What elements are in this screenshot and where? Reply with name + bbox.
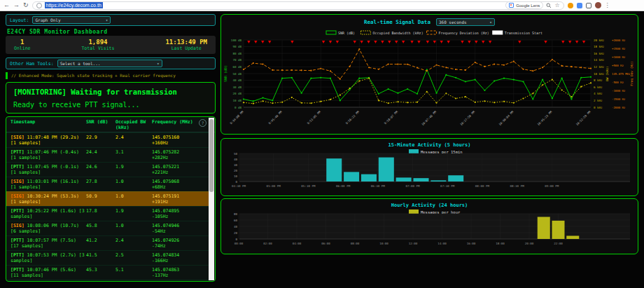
svg-text:SNR (dB): SNR (dB) [338,31,355,35]
svg-text:00:00: 00:00 [234,242,244,245]
url-text[interactable]: https://e24cy.decom.co.th [45,2,103,8]
svg-text:0 dB: 0 dB [234,106,242,109]
svg-text:9:56:22 PM: 9:56:22 PM [345,110,360,125]
table-row[interactable]: [PTT] 11:07:46 PM (-0.4s) [1 samples]24.… [6,147,209,162]
help-icon[interactable]: ? [199,119,206,127]
tools-bar: Other Ham Tools: Select a tool... ▾ [6,57,216,69]
stats-bar: 1 Online 1,894 Total Visits 11:13:49 PM … [6,36,216,54]
svg-text:145.075 MHz: 145.075 MHz [612,72,631,76]
table-row[interactable]: [SIG] 10:30:24 PM (53.3s) [1 samples]50.… [6,191,209,206]
search-icon[interactable] [546,3,552,8]
right-column: Real-time Signal Data 360 seconds ▾ SNR … [220,11,638,288]
table-scrollbar-thumb[interactable] [209,119,214,192]
layout-label: Layout: [10,18,29,23]
svg-text:05:30 PM: 05:30 PM [301,184,316,188]
time-range-select[interactable]: 360 seconds ▾ [436,18,495,26]
table-row[interactable]: [PTT] 10:25:22 PM (1.6s) [3 samples]17.8… [6,206,209,221]
chevron-down-icon: ▾ [106,18,108,22]
realtime-signal-header: Real-time Signal Data 360 seconds ▾ [221,16,638,27]
svg-text:10 kHz: 10 kHz [594,72,605,76]
hourly-activity-chart: Messages per hour02040608000:0002:0004:0… [221,210,636,254]
table-row[interactable]: [SIG] 11:03:01 PM (16.1s) [1 samples]27.… [6,177,209,191]
svg-text:80: 80 [234,212,238,216]
monitoring-status-line2: Ready to receive PTT signal... [13,101,208,109]
svg-text:70 dB: 70 dB [232,58,241,62]
monitoring-status-line1: [MONITORING] Waiting for transmission [13,88,208,96]
svg-text:14 kHz: 14 kHz [594,58,605,62]
svg-text:40 dB: 40 dB [232,78,241,82]
table-row[interactable]: [PTT] 9:54:31 PM 52.3145.075101 [6,280,209,282]
svg-text:08:30 PM: 08:30 PM [510,184,525,188]
extension-icon-blue[interactable] [577,3,582,8]
svg-text:06:30 PM: 06:30 PM [371,184,386,188]
svg-text:2 kHz: 2 kHz [594,99,603,102]
svg-text:60: 60 [234,219,238,222]
col-frequency: Frequency (MHz) [152,120,204,130]
svg-text:04:00: 04:00 [293,242,302,245]
svg-text:+2000 Hz: +2000 Hz [612,39,626,42]
refresh-icon[interactable]: ↻ [23,2,29,8]
hourly-activity-title: Hourly Activity (24 hours) [391,203,468,208]
layout-select-value: Graph Only [35,18,60,22]
svg-text:90 dB: 90 dB [232,45,241,48]
svg-text:16 kHz: 16 kHz [594,52,605,55]
svg-text:09:00 PM: 09:00 PM [545,184,559,188]
svg-text:10 dB: 10 dB [232,99,241,102]
svg-text:8 kHz: 8 kHz [594,78,603,82]
col-snr: SNR (dB) [86,120,115,130]
site-info-icon[interactable] [36,3,42,8]
google-lens-chip[interactable]: Google Lens [505,1,543,9]
table-row[interactable]: [SIG] 11:07:48 PM (29.2s) [1 samples]22.… [6,132,209,147]
svg-text:10:30:04 PM: 10:30:04 PM [498,110,514,126]
svg-text:9:45:40 PM: 9:45:40 PM [267,110,283,125]
svg-text:Occupied Bandwidth (kHz): Occupied Bandwidth (kHz) [372,31,423,36]
extension-icon-orange[interactable] [568,3,573,8]
realtime-signal-title: Real-time Signal Data [364,19,430,25]
tools-select[interactable]: Select a tool... ▾ [57,60,162,67]
time-range-value: 360 seconds [439,20,467,25]
layout-bar: Layout: Graph Only ▾ [6,14,216,26]
svg-text:06:00 PM: 06:00 PM [336,184,351,188]
bookmark-star-icon[interactable]: ☆ [554,3,559,8]
browser-menu-icon[interactable]: ⋮ [605,3,610,8]
svg-text:0: 0 [235,180,237,184]
activity-15min-title: 15-Minute Activity (5 hours) [388,142,470,148]
table-row[interactable]: [PTT] 10:07:46 PM (5.6s) [11 samples]45.… [6,265,209,280]
svg-text:9:58:07 PM: 9:58:07 PM [384,110,399,125]
tools-select-value: Select a tool... [60,61,101,66]
table-scrollbar[interactable] [209,118,214,280]
stat-total-visits-value: 1,894 [81,39,114,46]
table-row[interactable]: [PTT] 11:07:45 PM (-0.1s) [1 samples]24.… [6,162,209,177]
svg-text:10:52:59 PM: 10:52:59 PM [575,110,592,126]
svg-text:9:34:08 PM: 9:34:08 PM [229,110,244,125]
chevron-down-icon: ▾ [489,20,492,25]
svg-text:80 dB: 80 dB [232,52,241,55]
table-row[interactable]: [PTT] 10:07:57 PM (7.5s) [17 samples]41.… [6,235,209,250]
svg-text:9:51:05 PM: 9:51:05 PM [307,110,322,125]
layout-select[interactable]: Graph Only ▾ [32,16,111,24]
browser-toolbar: ← → ↻ https://e24cy.decom.co.th Google L… [0,0,644,11]
svg-text:10:45:23 PM: 10:45:23 PM [536,110,552,126]
svg-text:06:00: 06:00 [321,242,330,245]
stat-online-value: 1 [14,39,30,46]
realtime-signal-chart: SNR (dB)Occupied Bandwidth (kHz)Frequenc… [221,27,636,134]
svg-text:12 kHz: 12 kHz [594,65,605,69]
svg-text:10:00: 10:00 [379,242,388,245]
stat-last-update-label: Last Update [165,46,207,51]
profile-avatar[interactable] [595,2,601,8]
svg-text:10:07:46 PM: 10:07:46 PM [421,110,437,126]
extensions-puzzle-icon[interactable] [586,3,592,8]
address-bar[interactable]: https://e24cy.decom.co.th Google Lens ☆ [32,1,564,10]
table-row[interactable]: [SIG] 10:08:06 PM (10.7s) [6 samples]45.… [6,221,209,235]
back-icon[interactable]: ← [4,2,10,8]
col-occupied-bw: Occupied BW (kHz) [115,120,152,130]
svg-text:20 dB: 20 dB [232,92,241,95]
svg-text:Transmission Start: Transmission Start [505,31,542,35]
stat-online-label: Online [14,46,30,51]
svg-text:BW (kHz): BW (kHz) [606,66,609,81]
forward-icon[interactable]: → [13,2,20,8]
svg-text:+1000 Hz: +1000 Hz [612,55,626,59]
svg-text:20: 20 [234,169,238,172]
svg-text:12:00: 12:00 [409,242,418,245]
table-row[interactable]: [PTT] 10:07:53 PM (2.7s) [3 samples]41.5… [6,250,209,265]
